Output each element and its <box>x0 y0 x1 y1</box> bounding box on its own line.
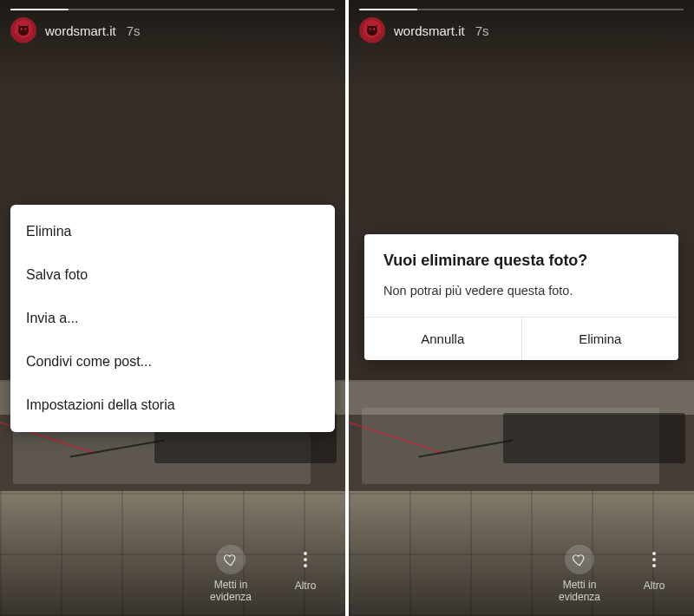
story-bottom-bar: Metti in evidenza Altro <box>349 545 694 604</box>
bg-cable <box>349 420 442 454</box>
highlight-button[interactable]: Metti in evidenza <box>205 545 257 604</box>
bg-cable <box>70 439 165 457</box>
delete-dialog: Vuoi eliminare questa foto? Non potrai p… <box>364 234 678 360</box>
more-label: Altro <box>295 580 317 592</box>
highlight-label-2: evidenza <box>210 592 252 604</box>
story-username[interactable]: wordsmart.it <box>45 23 116 38</box>
more-label: Altro <box>644 580 665 592</box>
story-progress-track <box>10 9 335 10</box>
more-vertical-icon <box>652 545 656 574</box>
bg-cable <box>419 439 514 457</box>
avatar[interactable] <box>10 17 36 43</box>
highlight-label-1: Metti in <box>214 580 248 592</box>
bg-desk <box>362 408 659 484</box>
story-age: 7s <box>127 23 141 38</box>
dialog-title: Vuoi eliminare questa foto? <box>364 234 678 275</box>
avatar[interactable] <box>359 17 385 43</box>
option-save-photo[interactable]: Salva foto <box>10 253 335 297</box>
story-header: wordsmart.it 7s <box>10 17 141 43</box>
highlight-button[interactable]: Metti in evidenza <box>553 545 606 604</box>
story-username[interactable]: wordsmart.it <box>394 23 465 38</box>
dialog-body: Non potrai più vedere questa foto. <box>364 275 678 317</box>
avatar-devil-icon <box>364 23 380 38</box>
bg-shelf <box>349 380 694 415</box>
more-button[interactable]: Altro <box>628 545 680 604</box>
more-vertical-icon <box>304 545 307 574</box>
option-send-to[interactable]: Invia a... <box>10 297 335 340</box>
story-progress-fill <box>359 9 417 10</box>
story-header: wordsmart.it 7s <box>359 17 489 43</box>
heart-icon <box>565 545 594 574</box>
story-progress-track <box>359 9 684 10</box>
dialog-actions: Annulla Elimina <box>364 318 678 360</box>
bg-console <box>503 413 685 463</box>
story-left-pane: wordsmart.it 7s Elimina Salva foto Invia… <box>0 0 345 616</box>
avatar-devil-icon <box>16 23 31 38</box>
highlight-label-1: Metti in <box>563 580 597 592</box>
cancel-button[interactable]: Annulla <box>364 318 521 360</box>
confirm-delete-button[interactable]: Elimina <box>521 318 679 360</box>
option-story-settings[interactable]: Impostazioni della storia <box>10 383 335 427</box>
story-bottom-bar: Metti in evidenza Altro <box>0 545 345 604</box>
story-progress-fill <box>10 9 69 10</box>
option-share-as-post[interactable]: Condivi come post... <box>10 340 335 383</box>
more-button[interactable]: Altro <box>279 545 331 604</box>
heart-icon <box>216 545 246 574</box>
option-delete[interactable]: Elimina <box>10 210 335 253</box>
story-age: 7s <box>475 23 489 38</box>
story-right-pane: wordsmart.it 7s Vuoi eliminare questa fo… <box>349 0 694 616</box>
options-sheet: Elimina Salva foto Invia a... Condivi co… <box>10 205 335 432</box>
highlight-label-2: evidenza <box>559 592 600 604</box>
